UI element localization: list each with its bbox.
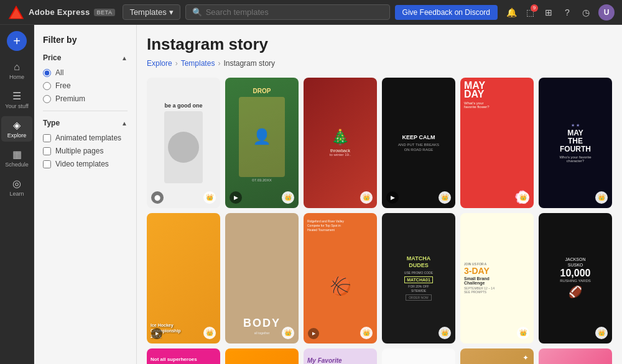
- sidebar-your-stuff-label: Your stuff: [5, 103, 29, 109]
- filter-price-label: Price: [43, 53, 61, 62]
- create-button[interactable]: +: [7, 31, 27, 51]
- filter-animated-checkbox[interactable]: [43, 134, 51, 142]
- template-play-1: ▶: [230, 191, 242, 204]
- breadcrumb: Explore › Templates › Instagram story: [147, 59, 612, 68]
- filter-multiple-pages[interactable]: Multiple pages: [43, 147, 128, 155]
- nav-icons: 🔔 ⬚ 9 ⊞ ? ◷ U: [505, 4, 615, 20]
- template-brand-challenge[interactable]: JOIN US FOR A 3-DAY Small BrandChallenge…: [460, 213, 534, 344]
- template-badge-9: 👑: [439, 327, 451, 339]
- sidebar: + ⌂ Home ☰ Your stuff ◈ Explore ▦ Schedu…: [0, 25, 34, 364]
- filter-video-label: Video templates: [55, 160, 109, 168]
- main-layout: + ⌂ Home ☰ Your stuff ◈ Explore ▦ Schedu…: [0, 25, 622, 364]
- sidebar-home-label: Home: [9, 74, 24, 80]
- schedule-icon: ▦: [12, 148, 22, 160]
- sidebar-explore-label: Explore: [7, 132, 27, 139]
- template-keep-calm[interactable]: KEEP CALM AND PUT THE BREAKS ON ROAD RAG…: [382, 78, 455, 208]
- chevron-down-icon: ▾: [169, 7, 174, 17]
- sidebar-item-home[interactable]: ⌂ Home: [1, 58, 32, 83]
- template-badge-1: 👑: [282, 191, 294, 204]
- filter-video-checkbox[interactable]: [43, 160, 51, 168]
- template-my-favorite[interactable]: My Favorite 👑: [304, 348, 377, 364]
- search-input[interactable]: [206, 7, 383, 17]
- template-badge-10: 👑: [517, 327, 529, 339]
- templates-dropdown-label: Templates: [129, 7, 166, 17]
- filter-price-premium-radio[interactable]: [43, 95, 51, 103]
- filter-price-header: Price ▲: [43, 53, 128, 62]
- template-ice-hockey[interactable]: Ice HockeyChampionship20XX 👑 ▶: [147, 213, 220, 344]
- filter-price-free[interactable]: Free: [43, 81, 128, 90]
- template-badge-6: 👑: [203, 327, 216, 339]
- feedback-button[interactable]: Give Feedback on Discord: [395, 5, 498, 20]
- home-icon: ⌂: [14, 61, 20, 73]
- templates-dropdown[interactable]: Templates ▾: [123, 4, 180, 20]
- sidebar-item-explore[interactable]: ◈ Explore: [1, 116, 32, 142]
- sidebar-item-schedule[interactable]: ▦ Schedule: [1, 145, 32, 171]
- template-badge-0: 👑: [203, 191, 216, 204]
- template-basketball[interactable]: Ridgeford and River ValleyCompete for To…: [304, 213, 377, 344]
- sidebar-item-your-stuff[interactable]: ☰ Your stuff: [1, 87, 32, 112]
- notification-badge: 9: [531, 4, 538, 12]
- sidebar-item-learn[interactable]: ◎ Learn: [1, 175, 32, 200]
- template-christmas[interactable]: 🎄 throwback to winter 19.. 👑: [304, 78, 377, 208]
- search-bar[interactable]: 🔍: [185, 4, 390, 20]
- template-play-8: ▶: [308, 328, 319, 339]
- filter-price-all[interactable]: All: [43, 68, 128, 77]
- breadcrumb-sep-2: ›: [218, 59, 220, 68]
- template-good-jewel[interactable]: FOR SPECIAL PRESENTS THEGOODJEWEL OPEN S…: [382, 348, 455, 364]
- learn-icon: ◎: [12, 178, 21, 189]
- filter-type-header: Type ▲: [43, 119, 128, 127]
- filter-price-premium[interactable]: Premium: [43, 94, 128, 103]
- template-good-morning[interactable]: GoodMorning 👑 ✦: [460, 348, 534, 364]
- collapse-type-icon[interactable]: ▲: [121, 120, 128, 127]
- templates-main: Instagram story Explore › Templates › In…: [137, 25, 622, 364]
- template-may-fourth[interactable]: ★ ★ MAYTHEFOURTH Who's your favoritechar…: [539, 78, 612, 208]
- template-pink-last[interactable]: (just a template) 👑: [539, 348, 612, 364]
- breadcrumb-templates[interactable]: Templates: [181, 59, 215, 68]
- template-drop[interactable]: DROP 👤 07.03.20XX 👑 ▶: [225, 78, 299, 208]
- template-flower[interactable]: 🐓 👑: [225, 348, 299, 364]
- user-avatar[interactable]: U: [598, 4, 615, 20]
- plus-icon: +: [13, 34, 21, 48]
- notification-icon[interactable]: ⬚ 9: [524, 6, 536, 19]
- breadcrumb-explore[interactable]: Explore: [147, 59, 172, 68]
- template-badge-11: 👑: [595, 327, 608, 339]
- filter-price-free-radio[interactable]: [43, 82, 51, 90]
- explore-icon: ◈: [13, 119, 21, 131]
- collapse-price-icon[interactable]: ▲: [121, 55, 128, 61]
- sidebar-schedule-label: Schedule: [5, 162, 29, 168]
- templates-grid-row2: Ice HockeyChampionship20XX 👑 ▶ BODY all …: [147, 213, 612, 344]
- filter-free-label: Free: [55, 81, 71, 90]
- template-be-good[interactable]: be a good one 👑 ⬤: [147, 78, 220, 208]
- template-badge-2: 👑: [360, 191, 373, 204]
- breadcrumb-sep-1: ›: [175, 59, 178, 68]
- bell-icon[interactable]: 🔔: [505, 6, 518, 19]
- template-may-day[interactable]: MAYDAY What's your favorite flower? 🌸 👑: [460, 78, 534, 208]
- app-logo: Adobe Express BETA: [7, 4, 115, 21]
- template-badge-3: 👑: [439, 191, 451, 204]
- filter-video[interactable]: Video templates: [43, 160, 128, 168]
- search-icon: 🔍: [192, 7, 202, 17]
- template-play-6: ▶: [151, 328, 162, 339]
- templates-grid-row3: Not all superheroeswear capes! 👑 🐓 👑 My …: [147, 348, 612, 364]
- filter-animated-label: Animated templates: [55, 134, 121, 142]
- template-jackson[interactable]: JACKSONSUSKO 10,000 RUSHING YARDS 🏈 👑: [539, 213, 612, 344]
- template-superhero[interactable]: Not all superheroeswear capes! 👑: [147, 348, 220, 364]
- template-badge-8: 👑: [360, 327, 373, 339]
- filter-all-label: All: [55, 68, 63, 77]
- template-body[interactable]: BODY all together 👑: [225, 213, 299, 344]
- filter-multiple-pages-checkbox[interactable]: [43, 147, 51, 155]
- apps-icon[interactable]: ⊞: [542, 6, 555, 19]
- content-area: Filter by Price ▲ All Free Premium Type …: [34, 25, 622, 364]
- top-navigation: Adobe Express BETA Templates ▾ 🔍 Give Fe…: [0, 0, 622, 25]
- history-icon[interactable]: ◷: [580, 6, 592, 19]
- template-matcha[interactable]: MATCHADUDES USE PROMO CODE MATCHA01 FOR …: [382, 213, 455, 344]
- template-badge-5: 👑: [595, 191, 608, 204]
- filter-panel: Filter by Price ▲ All Free Premium Type …: [34, 25, 137, 364]
- help-icon[interactable]: ?: [561, 6, 573, 19]
- template-play-3: ▶: [386, 191, 399, 204]
- filter-price-all-radio[interactable]: [43, 69, 51, 77]
- filter-animated[interactable]: Animated templates: [43, 134, 128, 142]
- template-play-0: ⬤: [151, 191, 164, 204]
- templates-grid: be a good one 👑 ⬤ DROP 👤 07.03.2: [147, 78, 612, 208]
- filter-title: Filter by: [43, 35, 128, 45]
